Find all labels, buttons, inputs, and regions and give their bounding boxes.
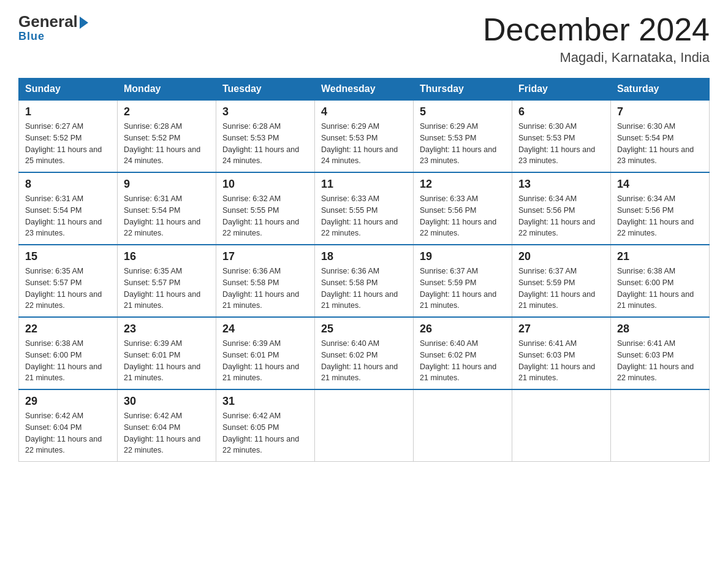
calendar-table: SundayMondayTuesdayWednesdayThursdayFrid…	[18, 78, 710, 462]
day-number: 21	[617, 250, 703, 263]
day-info: Sunrise: 6:36 AMSunset: 5:58 PMDaylight:…	[321, 266, 407, 312]
day-number: 24	[222, 323, 308, 335]
calendar-header-row: SundayMondayTuesdayWednesdayThursdayFrid…	[19, 79, 710, 101]
calendar-cell: 4Sunrise: 6:29 AMSunset: 5:53 PMDaylight…	[315, 100, 414, 172]
calendar-cell	[611, 389, 710, 462]
day-info: Sunrise: 6:36 AMSunset: 5:58 PMDaylight:…	[222, 266, 308, 312]
calendar-cell: 8Sunrise: 6:31 AMSunset: 5:54 PMDaylight…	[19, 172, 118, 245]
day-info: Sunrise: 6:35 AMSunset: 5:57 PMDaylight:…	[25, 266, 111, 312]
calendar-cell: 25Sunrise: 6:40 AMSunset: 6:02 PMDayligh…	[315, 317, 414, 389]
calendar-cell: 22Sunrise: 6:38 AMSunset: 6:00 PMDayligh…	[19, 317, 118, 389]
calendar-cell: 12Sunrise: 6:33 AMSunset: 5:56 PMDayligh…	[414, 172, 512, 245]
day-info: Sunrise: 6:38 AMSunset: 6:00 PMDaylight:…	[25, 338, 111, 384]
week-row-4: 22Sunrise: 6:38 AMSunset: 6:00 PMDayligh…	[19, 317, 710, 389]
day-number: 10	[222, 178, 308, 191]
header-tuesday: Tuesday	[216, 79, 315, 101]
logo-general-text: General	[18, 12, 78, 31]
day-info: Sunrise: 6:37 AMSunset: 5:59 PMDaylight:…	[420, 266, 506, 312]
calendar-cell: 7Sunrise: 6:30 AMSunset: 5:54 PMDaylight…	[611, 100, 710, 172]
day-info: Sunrise: 6:42 AMSunset: 6:05 PMDaylight:…	[222, 410, 308, 456]
day-number: 28	[617, 323, 703, 335]
calendar-cell: 27Sunrise: 6:41 AMSunset: 6:03 PMDayligh…	[512, 317, 611, 389]
logo-blue-text: Blue	[18, 30, 45, 43]
calendar-cell: 14Sunrise: 6:34 AMSunset: 5:56 PMDayligh…	[611, 172, 710, 245]
calendar-cell: 19Sunrise: 6:37 AMSunset: 5:59 PMDayligh…	[414, 245, 512, 317]
day-number: 30	[124, 395, 210, 408]
logo-arrow-icon	[80, 17, 88, 29]
day-number: 14	[617, 178, 703, 191]
calendar-cell: 9Sunrise: 6:31 AMSunset: 5:54 PMDaylight…	[118, 172, 216, 245]
day-number: 15	[25, 250, 111, 263]
day-info: Sunrise: 6:30 AMSunset: 5:54 PMDaylight:…	[617, 121, 703, 167]
day-number: 6	[518, 105, 604, 118]
day-number: 17	[222, 250, 308, 263]
day-number: 8	[25, 178, 111, 191]
calendar-cell: 23Sunrise: 6:39 AMSunset: 6:01 PMDayligh…	[118, 317, 216, 389]
calendar-cell	[414, 389, 512, 462]
month-title: December 2024	[483, 12, 710, 47]
day-number: 3	[222, 105, 308, 118]
day-info: Sunrise: 6:28 AMSunset: 5:53 PMDaylight:…	[222, 121, 308, 167]
day-number: 18	[321, 250, 407, 263]
day-info: Sunrise: 6:42 AMSunset: 6:04 PMDaylight:…	[25, 410, 111, 456]
calendar-cell: 16Sunrise: 6:35 AMSunset: 5:57 PMDayligh…	[118, 245, 216, 317]
day-info: Sunrise: 6:37 AMSunset: 5:59 PMDaylight:…	[518, 266, 604, 312]
calendar-cell: 17Sunrise: 6:36 AMSunset: 5:58 PMDayligh…	[216, 245, 315, 317]
week-row-2: 8Sunrise: 6:31 AMSunset: 5:54 PMDaylight…	[19, 172, 710, 245]
day-info: Sunrise: 6:31 AMSunset: 5:54 PMDaylight:…	[25, 193, 111, 239]
calendar-cell: 30Sunrise: 6:42 AMSunset: 6:04 PMDayligh…	[118, 389, 216, 462]
calendar-cell: 6Sunrise: 6:30 AMSunset: 5:53 PMDaylight…	[512, 100, 611, 172]
calendar-cell: 5Sunrise: 6:29 AMSunset: 5:53 PMDaylight…	[414, 100, 512, 172]
day-number: 1	[25, 105, 111, 118]
header-saturday: Saturday	[611, 79, 710, 101]
calendar-cell: 31Sunrise: 6:42 AMSunset: 6:05 PMDayligh…	[216, 389, 315, 462]
week-row-5: 29Sunrise: 6:42 AMSunset: 6:04 PMDayligh…	[19, 389, 710, 462]
day-info: Sunrise: 6:41 AMSunset: 6:03 PMDaylight:…	[617, 338, 703, 384]
week-row-3: 15Sunrise: 6:35 AMSunset: 5:57 PMDayligh…	[19, 245, 710, 317]
day-number: 5	[420, 105, 506, 118]
calendar-cell: 26Sunrise: 6:40 AMSunset: 6:02 PMDayligh…	[414, 317, 512, 389]
day-number: 27	[518, 323, 604, 335]
day-info: Sunrise: 6:30 AMSunset: 5:53 PMDaylight:…	[518, 121, 604, 167]
day-info: Sunrise: 6:28 AMSunset: 5:52 PMDaylight:…	[124, 121, 210, 167]
calendar-cell: 10Sunrise: 6:32 AMSunset: 5:55 PMDayligh…	[216, 172, 315, 245]
day-info: Sunrise: 6:27 AMSunset: 5:52 PMDaylight:…	[25, 121, 111, 167]
week-row-1: 1Sunrise: 6:27 AMSunset: 5:52 PMDaylight…	[19, 100, 710, 172]
day-number: 26	[420, 323, 506, 335]
day-number: 29	[25, 395, 111, 408]
day-number: 7	[617, 105, 703, 118]
day-info: Sunrise: 6:29 AMSunset: 5:53 PMDaylight:…	[420, 121, 506, 167]
day-info: Sunrise: 6:33 AMSunset: 5:56 PMDaylight:…	[420, 193, 506, 239]
calendar-cell: 20Sunrise: 6:37 AMSunset: 5:59 PMDayligh…	[512, 245, 611, 317]
day-info: Sunrise: 6:39 AMSunset: 6:01 PMDaylight:…	[124, 338, 210, 384]
day-number: 9	[124, 178, 210, 191]
day-info: Sunrise: 6:29 AMSunset: 5:53 PMDaylight:…	[321, 121, 407, 167]
header-wednesday: Wednesday	[315, 79, 414, 101]
day-info: Sunrise: 6:33 AMSunset: 5:55 PMDaylight:…	[321, 193, 407, 239]
day-number: 25	[321, 323, 407, 335]
day-number: 2	[124, 105, 210, 118]
day-info: Sunrise: 6:35 AMSunset: 5:57 PMDaylight:…	[124, 266, 210, 312]
calendar-cell: 1Sunrise: 6:27 AMSunset: 5:52 PMDaylight…	[19, 100, 118, 172]
day-number: 12	[420, 178, 506, 191]
location: Magadi, Karnataka, India	[483, 50, 710, 66]
day-number: 22	[25, 323, 111, 335]
day-info: Sunrise: 6:32 AMSunset: 5:55 PMDaylight:…	[222, 193, 308, 239]
day-info: Sunrise: 6:41 AMSunset: 6:03 PMDaylight:…	[518, 338, 604, 384]
logo: General Blue	[18, 12, 88, 43]
header-friday: Friday	[512, 79, 611, 101]
day-number: 19	[420, 250, 506, 263]
day-info: Sunrise: 6:38 AMSunset: 6:00 PMDaylight:…	[617, 266, 703, 312]
day-info: Sunrise: 6:40 AMSunset: 6:02 PMDaylight:…	[420, 338, 506, 384]
calendar-cell: 11Sunrise: 6:33 AMSunset: 5:55 PMDayligh…	[315, 172, 414, 245]
day-info: Sunrise: 6:34 AMSunset: 5:56 PMDaylight:…	[617, 193, 703, 239]
page-header: General Blue December 2024 Magadi, Karna…	[18, 12, 710, 66]
calendar-cell	[315, 389, 414, 462]
calendar-cell: 24Sunrise: 6:39 AMSunset: 6:01 PMDayligh…	[216, 317, 315, 389]
calendar-cell	[512, 389, 611, 462]
day-number: 13	[518, 178, 604, 191]
day-number: 20	[518, 250, 604, 263]
calendar-cell: 18Sunrise: 6:36 AMSunset: 5:58 PMDayligh…	[315, 245, 414, 317]
day-number: 4	[321, 105, 407, 118]
day-number: 16	[124, 250, 210, 263]
